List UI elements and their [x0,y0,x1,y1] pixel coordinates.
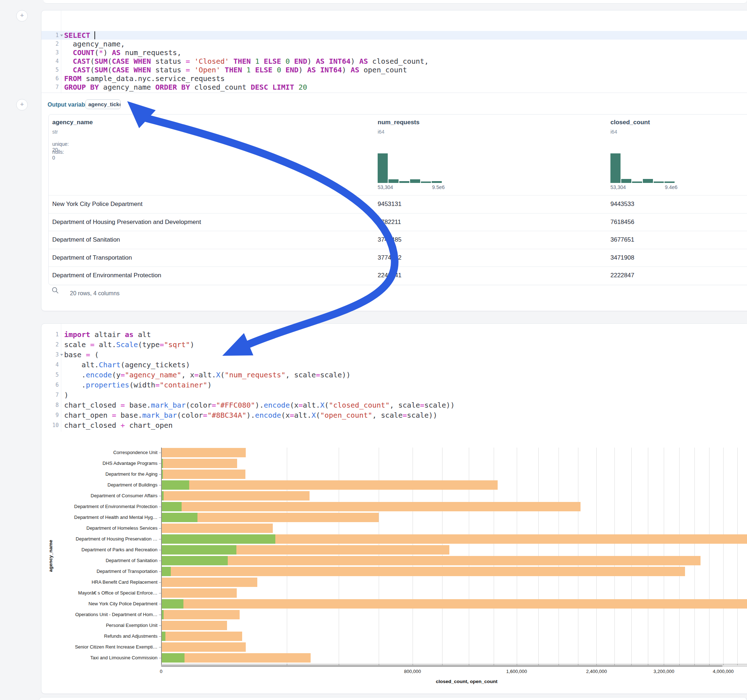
result-table: agency_namestrunique: 20nulls: 0num_requ… [48,114,747,285]
x-axis-title: closed_count, open_count [435,679,497,684]
bar-open-count [162,599,183,608]
text-cursor [94,31,95,39]
fold-chevron-icon[interactable] [60,35,63,36]
code-token [281,66,286,74]
code-line[interactable]: chart_open = base.mark_bar(color="#8BC34… [64,411,437,419]
code-token: THEN [233,57,251,66]
histogram-bin [421,181,431,183]
y-axis-line [161,448,162,665]
bar-open-count [162,502,181,511]
code-token: open_count [359,66,407,74]
code-line[interactable]: COUNT(*) AS num_requests, [64,48,181,57]
code-token: . [64,381,86,389]
code-token [281,57,286,66]
code-line[interactable]: .properties(width="container") [64,381,212,389]
code-token: * [99,48,103,57]
output-variable-pill[interactable]: agency_tickets [85,100,121,109]
add-cell-button-top[interactable]: + [16,10,28,22]
code-line[interactable]: chart_closed + chart_open [64,421,172,430]
code-token: base [64,350,86,359]
y-axis-label: HRA Benefit Card Replacement [41,579,157,585]
chart-scrollbar-thumb[interactable] [161,665,723,667]
code-token: base. [116,411,142,419]
histogram-min-label: 53,304 [378,184,393,190]
code-token: ELSE [255,66,272,74]
fold-chevron-icon[interactable] [60,354,63,356]
bar-closed-count [162,632,242,641]
code-token: DESC [251,83,268,92]
table-cell: Department of Housing Preservation and D… [52,219,201,226]
code-line[interactable]: scale = alt.Scale(type="sqrt") [64,340,194,349]
code-token: , scale [390,401,420,409]
table-row[interactable]: Department of Environmental Protection22… [48,267,747,285]
code-token: = [290,411,294,419]
y-axis-label: Department of Sanitation [41,558,157,563]
code-token [268,83,272,92]
code-token: = [155,381,160,389]
code-token: ). [255,401,264,409]
code-line[interactable]: CAST(SUM(CASE WHEN status = 'Open' THEN … [64,66,407,74]
code-token: agency_name, [64,39,125,48]
code-line[interactable]: alt.Chart(agency_tickets) [64,361,190,369]
add-cell-button-output[interactable]: + [16,99,28,110]
code-token: ( [316,411,320,419]
code-line[interactable]: .encode(y="agency_name", x=alt.X("num_re… [64,371,351,379]
search-icon[interactable] [51,287,59,294]
code-token: sample_data.nyc.service_requests [82,74,224,83]
table-row[interactable]: New York City Police Department945313194… [48,195,747,214]
code-token: alt. [198,371,216,379]
histogram-bin [378,153,388,183]
table-row[interactable]: Department of Transportation377489234719… [48,249,747,267]
next-cell-edge [39,697,747,700]
code-token: encode [86,371,112,379]
code-token: 'Closed' [194,57,229,66]
code-token: END [286,66,298,74]
code-token: AS [351,66,359,74]
code-line[interactable]: CAST(SUM(CASE WHEN status = 'Closed' THE… [64,57,429,66]
code-token: ) [298,66,307,74]
code-token [221,66,225,74]
code-token: "closed_count" [329,401,390,409]
table-cell: Department of Environmental Protection [52,272,161,279]
column-type: str [52,129,58,135]
code-token: ELSE [264,57,281,66]
code-line[interactable]: chart_closed = base.mark_bar(color="#FFC… [64,401,455,409]
code-token: scale [64,340,90,349]
code-line[interactable]: GROUP BY agency_name ORDER BY closed_cou… [64,83,307,92]
column-histogram [611,152,675,183]
bar-closed-count [162,610,240,619]
code-token [251,66,255,74]
histogram-bin [621,179,631,183]
code-token: 'Open' [194,66,220,74]
code-token: encode [264,401,290,409]
code-token: WHEN [134,57,151,66]
line-number: 4 [41,361,59,369]
code-token [64,48,73,57]
code-token: = [402,411,407,419]
code-token [259,57,264,66]
code-token: FROM [64,74,82,83]
code-line[interactable]: SELECT [64,31,94,39]
line-number: 7 [41,391,59,399]
code-token: , scale [372,411,402,419]
code-token: (color [186,401,212,409]
table-row[interactable]: Department of Housing Preservation and D… [48,213,747,232]
code-token: "#8BC34A" [207,411,246,419]
code-line[interactable]: base = ( [64,350,99,359]
code-line[interactable]: agency_name, [64,39,125,48]
table-row[interactable]: Department of Sanitation37494853677651 [48,231,747,249]
column-type: i64 [378,129,384,135]
bar-open-count [162,480,189,490]
code-token: ). [246,411,255,419]
code-token: = [420,401,424,409]
x-axis-tick-label: 2,400,000 [586,669,607,674]
code-token [272,66,277,74]
bar-closed-count [162,491,310,501]
code-line[interactable]: ) [64,391,68,399]
code-token: SUM [94,57,107,66]
code-line[interactable]: import altair as alt [64,330,151,339]
code-token: INT64 [329,57,351,66]
code-token: = [121,371,125,379]
code-line[interactable]: FROM sample_data.nyc.service_requests [64,74,225,83]
code-token: 20 [298,83,307,92]
